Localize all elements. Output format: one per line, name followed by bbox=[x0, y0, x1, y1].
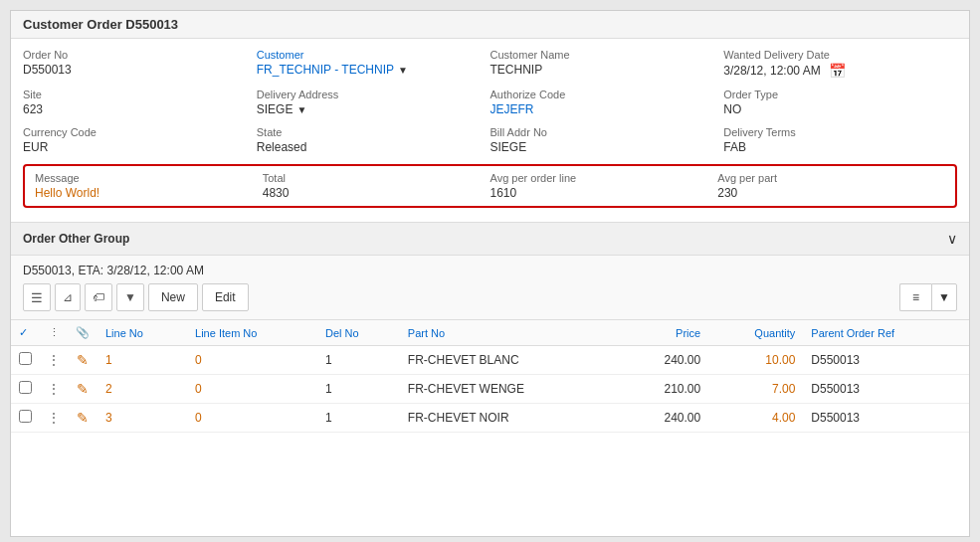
toolbar-right: ≡ ▼ bbox=[899, 283, 957, 311]
filter-icon-button[interactable]: ⊿ bbox=[55, 283, 81, 311]
row-del-no: 1 bbox=[317, 404, 400, 433]
lines-icon: ≡ bbox=[912, 290, 919, 304]
field-delivery-address: Delivery Address SIEGE ▼ bbox=[257, 89, 490, 116]
col-menu: ⋮ bbox=[40, 320, 68, 346]
tag-icon: 🏷 bbox=[93, 290, 104, 304]
col-quantity[interactable]: Quantity bbox=[708, 320, 803, 346]
split-main-button[interactable]: ≡ bbox=[899, 283, 931, 311]
field-total: Total 4830 bbox=[263, 172, 490, 200]
label-avg-per-order: Avg per order line bbox=[490, 172, 702, 184]
row-quantity: 4.00 bbox=[708, 404, 803, 433]
field-delivery-terms: Delivery Terms FAB bbox=[723, 126, 957, 154]
row-price: 210.00 bbox=[621, 375, 708, 404]
row-attach-cell[interactable]: ✎ bbox=[68, 404, 98, 433]
delivery-address-dropdown[interactable]: SIEGE ▼ bbox=[257, 102, 475, 116]
row-attach-cell[interactable]: ✎ bbox=[68, 346, 98, 375]
list-icon: ☰ bbox=[31, 290, 43, 305]
value-currency-code: EUR bbox=[23, 140, 241, 154]
form-row-4: Message Hello World! Total 4830 Avg per … bbox=[35, 172, 945, 200]
row-checkbox[interactable] bbox=[19, 381, 32, 394]
filter-icon: ⊿ bbox=[63, 290, 73, 304]
row-price: 240.00 bbox=[621, 404, 708, 433]
value-site: 623 bbox=[23, 102, 241, 116]
row-checkbox-cell[interactable] bbox=[11, 404, 40, 433]
row-del-no: 1 bbox=[317, 346, 400, 375]
row-line-item-no: 0 bbox=[187, 404, 317, 433]
field-customer-name: Customer Name TECHNIP bbox=[490, 49, 724, 79]
data-table: ✓ ⋮ 📎 Line No Line Item No Del No Part N… bbox=[11, 320, 969, 433]
label-total: Total bbox=[263, 172, 475, 184]
collapse-section[interactable]: Order Other Group ∨ bbox=[11, 223, 969, 256]
col-part-no[interactable]: Part No bbox=[400, 320, 621, 346]
label-order-no: Order No bbox=[23, 49, 241, 61]
label-site: Site bbox=[23, 89, 241, 100]
form-row-1: Order No D550013 Customer FR_TECHNIP - T… bbox=[23, 49, 957, 79]
field-customer: Customer FR_TECHNIP - TECHNIP ▼ bbox=[257, 49, 490, 79]
value-order-type: NO bbox=[723, 102, 941, 116]
split-button: ≡ ▼ bbox=[899, 283, 957, 311]
list-icon-button[interactable]: ☰ bbox=[23, 283, 51, 311]
tag-icon-button[interactable]: 🏷 bbox=[85, 283, 112, 311]
label-order-type: Order Type bbox=[723, 89, 941, 100]
field-avg-per-order: Avg per order line 1610 bbox=[490, 172, 718, 200]
field-avg-per-part: Avg per part 230 bbox=[717, 172, 945, 200]
dropdown-caret-icon: ▼ bbox=[124, 290, 136, 304]
value-customer: FR_TECHNIP - TECHNIP bbox=[257, 63, 394, 77]
table-body: ⋮ ✎ 1 0 1 FR-CHEVET BLANC 240.00 10.00 D… bbox=[11, 346, 969, 433]
col-parent-order-ref[interactable]: Parent Order Ref bbox=[803, 320, 969, 346]
row-menu-cell[interactable]: ⋮ bbox=[40, 375, 68, 404]
label-state: State bbox=[257, 126, 475, 138]
value-bill-addr-no: SIEGE bbox=[490, 140, 708, 154]
table-section: ✓ ⋮ 📎 Line No Line Item No Del No Part N… bbox=[11, 320, 969, 433]
label-customer-name: Customer Name bbox=[490, 49, 708, 61]
label-message: Message bbox=[35, 172, 247, 184]
row-quantity: 7.00 bbox=[708, 375, 803, 404]
col-attach: 📎 bbox=[68, 320, 98, 346]
delivery-address-arrow[interactable]: ▼ bbox=[296, 104, 306, 115]
field-state: State Released bbox=[257, 126, 490, 154]
label-delivery-terms: Delivery Terms bbox=[723, 126, 941, 138]
highlighted-row: Message Hello World! Total 4830 Avg per … bbox=[23, 164, 957, 208]
col-line-no[interactable]: Line No bbox=[98, 320, 187, 346]
row-part-no: FR-CHEVET BLANC bbox=[400, 346, 621, 375]
new-button[interactable]: New bbox=[148, 283, 198, 311]
row-line-no[interactable]: 2 bbox=[98, 375, 187, 404]
row-checkbox-cell[interactable] bbox=[11, 375, 40, 404]
row-quantity: 10.00 bbox=[708, 346, 803, 375]
row-checkbox-cell[interactable] bbox=[11, 346, 40, 375]
field-site: Site 623 bbox=[23, 89, 257, 116]
row-attach-cell[interactable]: ✎ bbox=[68, 375, 98, 404]
customer-dropdown-arrow[interactable]: ▼ bbox=[398, 65, 408, 76]
row-checkbox[interactable] bbox=[19, 410, 32, 423]
split-dropdown-icon: ▼ bbox=[938, 290, 950, 304]
row-line-no[interactable]: 3 bbox=[98, 404, 187, 433]
label-delivery-address: Delivery Address bbox=[257, 89, 475, 100]
customer-dropdown[interactable]: FR_TECHNIP - TECHNIP ▼ bbox=[257, 63, 475, 77]
split-arrow-button[interactable]: ▼ bbox=[931, 283, 957, 311]
value-authorize-code[interactable]: JEJEFR bbox=[490, 102, 708, 116]
label-avg-per-part: Avg per part bbox=[717, 172, 929, 184]
calendar-icon[interactable]: 📅 bbox=[829, 63, 846, 79]
row-menu-cell[interactable]: ⋮ bbox=[40, 346, 68, 375]
attach-icon: ✎ bbox=[77, 410, 89, 426]
label-authorize-code: Authorize Code bbox=[490, 89, 708, 100]
label-customer: Customer bbox=[257, 49, 475, 61]
row-checkbox[interactable] bbox=[19, 352, 32, 365]
label-currency-code: Currency Code bbox=[23, 126, 241, 138]
row-price: 240.00 bbox=[621, 346, 708, 375]
value-delivery-date: 3/28/12, 12:00 AM bbox=[723, 64, 820, 78]
col-price[interactable]: Price bbox=[621, 320, 708, 346]
field-delivery-date: Wanted Delivery Date 3/28/12, 12:00 AM 📅 bbox=[723, 49, 957, 79]
attach-icon: ✎ bbox=[77, 381, 89, 397]
row-line-no[interactable]: 1 bbox=[98, 346, 187, 375]
value-customer-name: TECHNIP bbox=[490, 63, 708, 77]
row-menu-cell[interactable]: ⋮ bbox=[40, 404, 68, 433]
col-line-item-no[interactable]: Line Item No bbox=[187, 320, 317, 346]
field-order-no: Order No D550013 bbox=[23, 49, 257, 79]
dropdown-arrow-button[interactable]: ▼ bbox=[116, 283, 144, 311]
value-state: Released bbox=[257, 140, 475, 154]
col-del-no[interactable]: Del No bbox=[317, 320, 400, 346]
field-order-type: Order Type NO bbox=[723, 89, 957, 116]
edit-button[interactable]: Edit bbox=[202, 283, 249, 311]
row-line-item-no: 0 bbox=[187, 346, 317, 375]
